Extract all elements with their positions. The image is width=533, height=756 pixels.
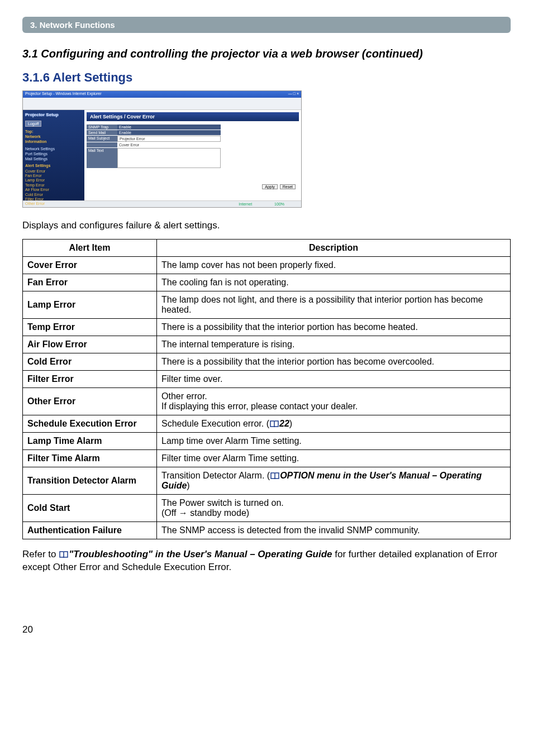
table-row: Lamp ErrorThe lamp does not light, and t… <box>23 291 511 319</box>
sidebar: Projector Setup Logoff Top: Network Info… <box>23 110 84 200</box>
page-number: 20 <box>22 624 511 635</box>
footer-reference: Refer to "Troubleshooting" in the User's… <box>22 548 511 574</box>
sidebar-alert-items: Cover Error Fan Error Lamp Error Temp Er… <box>25 169 82 208</box>
section-title: 3.1 Configuring and controlling the proj… <box>22 47 511 60</box>
chapter-bar: 3. Network Functions <box>22 17 511 33</box>
table-row: Cold Start The Power switch is turned on… <box>23 495 511 522</box>
book-icon <box>270 420 279 428</box>
header-desc: Description <box>157 240 511 257</box>
table-row: Fan ErrorThe cooling fan is not operatin… <box>23 274 511 291</box>
alert-table: Alert Item Description Cover ErrorThe la… <box>22 239 511 539</box>
table-row: Temp ErrorThere is a possibility that th… <box>23 319 511 336</box>
table-row: Cover ErrorThe lamp cover has not been p… <box>23 257 511 274</box>
book-icon <box>59 551 68 558</box>
alert-settings-screenshot: Projector Setup - Windows Internet Explo… <box>22 90 302 208</box>
window-title: Projector Setup - Windows Internet Explo… <box>25 92 102 97</box>
header-item: Alert Item <box>23 240 157 257</box>
table-row: Filter Time AlarmFilter time over Alarm … <box>23 450 511 467</box>
table-row: Filter ErrorFilter time over. <box>23 371 511 388</box>
window-titlebar: Projector Setup - Windows Internet Explo… <box>23 91 301 98</box>
sidebar-header: Projector Setup <box>25 112 82 117</box>
table-row: Lamp Time AlarmLamp time over Alarm Time… <box>23 433 511 450</box>
table-row: Authentication FailureThe SNMP access is… <box>23 522 511 539</box>
table-row: Transition Detector Alarm Transition Det… <box>23 467 511 495</box>
reset-button[interactable]: Reset <box>280 184 296 189</box>
panel-title: Alert Settings / Cover Error <box>87 112 299 121</box>
logoff-button[interactable]: Logoff <box>25 121 41 127</box>
book-icon <box>270 472 279 480</box>
browser-toolbar <box>23 98 301 110</box>
sidebar-mid-links: Network Settings Port Settings Mail Sett… <box>25 146 82 161</box>
table-row: Air Flow ErrorThe internal temperature i… <box>23 336 511 353</box>
table-row: Other Error Other error.If displaying th… <box>23 388 511 415</box>
sidebar-top-links: Top: Network Information <box>25 129 82 144</box>
subsection-title: 3.1.6 Alert Settings <box>22 70 511 85</box>
intro-text: Displays and configures failure & alert … <box>22 220 511 231</box>
table-row: Schedule Execution Error Schedule Execut… <box>23 415 511 433</box>
main-panel: Alert Settings / Cover Error SNMP TrapEn… <box>84 110 301 200</box>
table-row: Cold ErrorThere is a possibility that th… <box>23 353 511 371</box>
apply-button[interactable]: Apply <box>262 184 278 189</box>
